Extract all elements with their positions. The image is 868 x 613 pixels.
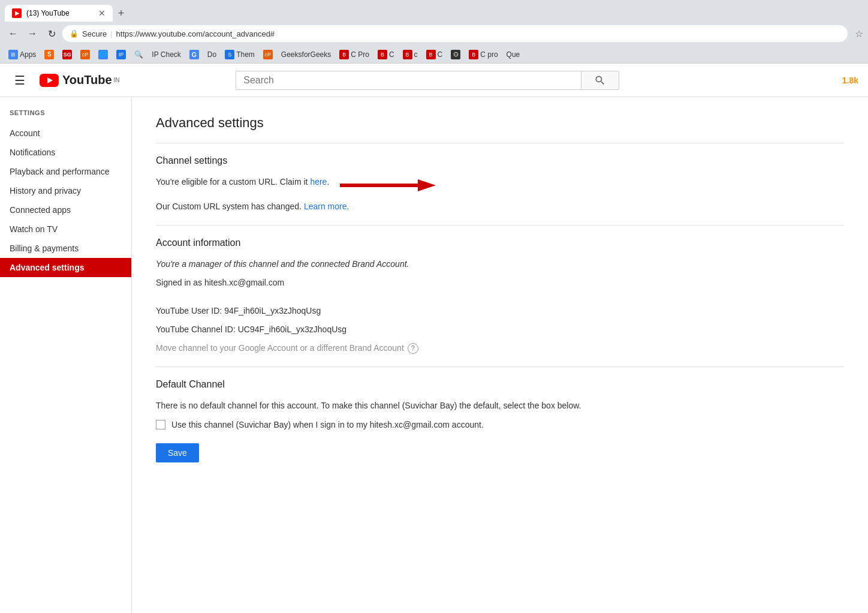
them-icon: S: [225, 50, 234, 59]
signed-in-text: Signed in as hitesh.xc@gmail.com: [156, 277, 844, 289]
google-icon: G: [189, 50, 199, 59]
c3-label: C: [438, 50, 443, 59]
save-button[interactable]: Save: [156, 443, 199, 462]
bookmark-them[interactable]: S Them: [221, 49, 258, 61]
url-text[interactable]: https://www.youtube.com/account_advanced…: [116, 29, 840, 38]
bookmark-cp1[interactable]: cP: [77, 49, 94, 61]
custom-url-prefix: You're eligible for a custom URL. Claim …: [156, 177, 310, 187]
red-arrow-annotation: [340, 176, 436, 194]
signed-in-label: Signed in as hitesh.xc@gmail.com: [156, 278, 284, 287]
bookmark-cp2[interactable]: cP: [260, 49, 276, 61]
sidebar-item-history[interactable]: History and privacy: [0, 181, 131, 200]
bookmark-gfg[interactable]: GeeksforGeeks: [278, 49, 334, 60]
page-title: Advanced settings: [156, 115, 844, 131]
sidebar-item-connected-apps[interactable]: Connected apps: [0, 200, 131, 220]
magnify-icon: 🔍: [134, 50, 143, 59]
sidebar-item-watch-tv[interactable]: Watch on TV: [0, 220, 131, 239]
search-box: [236, 71, 619, 90]
bookmark-que[interactable]: Que: [503, 49, 524, 60]
sidebar-heading: SETTINGS: [0, 109, 131, 124]
tab-bar: ▶ (13) YouTube ✕ +: [0, 0, 868, 22]
channel-id-value: UC94F_ih60iL_yx3zJhoqUsg: [238, 324, 346, 334]
divider-2: [156, 225, 844, 226]
cpro2-icon: B: [469, 50, 478, 59]
tab-close-button[interactable]: ✕: [98, 8, 106, 18]
sidebar-item-notifications[interactable]: Notifications: [0, 143, 131, 162]
hamburger-menu-button[interactable]: ☰: [10, 68, 30, 92]
bookmark-c1[interactable]: B C: [374, 49, 398, 61]
bookmark-do[interactable]: Do: [204, 49, 220, 60]
divider-1: [156, 143, 844, 143]
gfg-label: GeeksforGeeks: [281, 50, 331, 59]
help-icon[interactable]: ?: [408, 343, 418, 354]
bookmark-c3[interactable]: B C: [423, 49, 447, 61]
custom-url-link[interactable]: here: [310, 177, 327, 187]
bookmark-cpro2[interactable]: B C pro: [465, 49, 501, 61]
bookmark-circle[interactable]: ⊙: [447, 49, 464, 61]
sidebar-item-advanced[interactable]: Advanced settings: [0, 258, 131, 277]
search-icon: [594, 74, 606, 86]
youtube-country: IN: [114, 77, 120, 83]
bookmark-star-button[interactable]: ☆: [855, 28, 863, 40]
sidebar-item-playback[interactable]: Playback and performance: [0, 162, 131, 181]
arrow-svg: [340, 176, 436, 194]
youtube-logo[interactable]: YouTube IN: [40, 73, 120, 87]
move-channel-text: Move channel to your Google Account or a…: [156, 342, 844, 354]
channel-id-label: YouTube Channel ID:: [156, 324, 238, 334]
custom-url-row: You're eligible for a custom URL. Claim …: [156, 176, 844, 194]
bookmark-apps-label: Apps: [20, 50, 36, 59]
c3-icon: B: [426, 50, 436, 59]
youtube-wordmark: YouTube: [62, 73, 112, 87]
bookmark-google[interactable]: G: [186, 49, 203, 61]
user-id-text: YouTube User ID: 94F_ih60iL_yx3zJhoqUsg: [156, 305, 844, 317]
tab-favicon: ▶: [12, 8, 22, 18]
bookmark-apps[interactable]: ⊞ Apps: [5, 49, 40, 61]
channel-settings-title: Channel settings: [156, 155, 844, 166]
custom-url-period: .: [327, 177, 329, 187]
learn-more-link[interactable]: Learn more.: [304, 202, 349, 211]
tab-title: (13) YouTube: [26, 9, 94, 17]
main-content: Advanced settings Channel settings You'r…: [132, 97, 868, 613]
move-channel-label: Move channel to your Google Account or a…: [156, 342, 404, 354]
back-button[interactable]: ←: [5, 25, 22, 42]
s-icon: S: [44, 50, 54, 59]
bookmarks-bar: ⊞ Apps S SG cP 🌐 IP 🔍 IP Check G Do: [0, 46, 868, 64]
manager-text-content: You're a manager of this channel and the…: [156, 259, 409, 269]
search-button[interactable]: [581, 71, 619, 90]
c1-label: C: [389, 50, 394, 59]
address-box[interactable]: 🔒 Secure | https://www.youtube.com/accou…: [62, 25, 848, 42]
sg-icon: SG: [62, 50, 72, 59]
bookmark-globe[interactable]: 🌐: [95, 49, 111, 61]
bookmark-c2[interactable]: B c: [399, 49, 421, 61]
default-channel-checkbox[interactable]: [156, 420, 165, 429]
url-changed-prefix: Our Custom URL system has changed.: [156, 202, 304, 211]
bookmark-ip[interactable]: IP: [113, 49, 129, 61]
secure-label: Secure: [82, 29, 107, 38]
active-tab[interactable]: ▶ (13) YouTube ✕: [5, 5, 113, 22]
c2-icon: B: [403, 50, 412, 59]
bookmark-ipcheck[interactable]: IP Check: [148, 49, 184, 60]
default-channel-checkbox-row: Use this channel (Suvichar Bay) when I s…: [156, 419, 844, 431]
c2-label: c: [414, 50, 418, 59]
user-id-value: 94F_ih60iL_yx3zJhoqUsg: [224, 306, 321, 315]
content-area: SETTINGS Account Notifications Playback …: [0, 97, 868, 613]
them-label: Them: [236, 50, 255, 59]
bookmark-cpro1[interactable]: B C Pro: [336, 49, 373, 61]
new-tab-button[interactable]: +: [113, 5, 129, 22]
bookmark-s[interactable]: S: [41, 49, 58, 61]
settings-sidebar: SETTINGS Account Notifications Playback …: [0, 97, 132, 613]
sidebar-item-account[interactable]: Account: [0, 124, 131, 143]
ipcheck-label: IP Check: [152, 50, 180, 59]
do-label: Do: [207, 50, 216, 59]
stats-value: 1.8k: [842, 76, 858, 85]
forward-button[interactable]: →: [24, 25, 41, 42]
manager-text: You're a manager of this channel and the…: [156, 258, 844, 271]
bookmark-magnify[interactable]: 🔍: [131, 49, 147, 60]
sidebar-item-billing[interactable]: Billing & payments: [0, 239, 131, 258]
search-input[interactable]: [236, 71, 581, 90]
bookmark-sg[interactable]: SG: [59, 49, 76, 61]
reload-button[interactable]: ↻: [43, 25, 60, 42]
apps-icon: ⊞: [8, 50, 18, 59]
header-stats: 1.8k: [842, 76, 858, 85]
secure-icon: 🔒: [70, 29, 79, 38]
